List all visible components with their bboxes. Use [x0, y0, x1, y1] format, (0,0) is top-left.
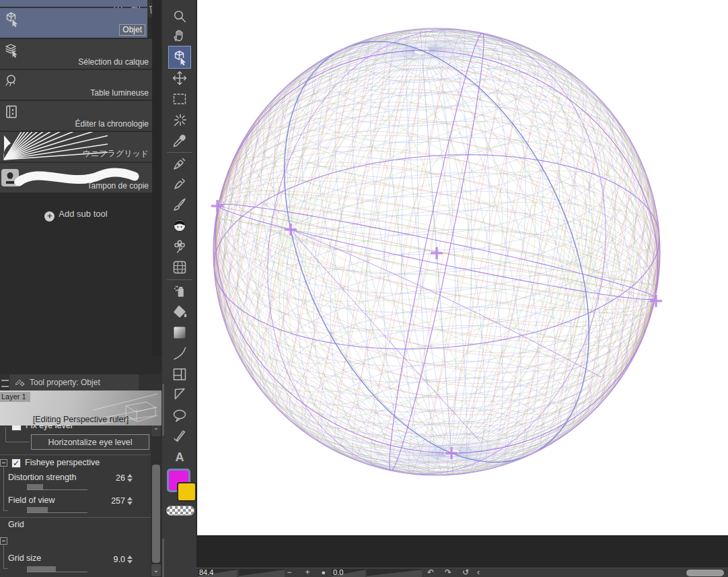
- zoom-in-button[interactable]: +: [303, 568, 312, 577]
- tool-text-icon[interactable]: A: [172, 449, 188, 465]
- scroll-up-icon[interactable]: ⌃: [151, 426, 161, 436]
- tool-fill-icon[interactable]: [172, 304, 188, 320]
- tool-airbrush-icon[interactable]: [172, 283, 188, 299]
- fisheye-checkbox[interactable]: ✓: [11, 459, 21, 468]
- tree-line: [3, 467, 4, 511]
- property-scrollbar[interactable]: ⌃ ⌄: [151, 426, 161, 577]
- distortion-strength-slider[interactable]: [27, 484, 87, 490]
- subtool-item-label: Éditer la chronologie: [75, 119, 149, 129]
- subtool-item-objet[interactable]: Objet: [0, 8, 147, 38]
- tool-zoom-icon[interactable]: [172, 8, 188, 24]
- zoom-value-box[interactable]: 84.4: [198, 569, 237, 577]
- distortion-strength-label: Distortion strength: [8, 473, 76, 482]
- tree-line: [3, 510, 8, 511]
- fix-eye-level-row-clipped[interactable]: Fix eye level: [0, 426, 151, 432]
- grid-size-spinner[interactable]: [127, 555, 133, 564]
- zoom-slider[interactable]: [239, 569, 285, 577]
- tool-balloon-icon[interactable]: [172, 407, 188, 423]
- tree-line: [3, 545, 4, 569]
- transparent-color-swatch[interactable]: [166, 506, 194, 516]
- grid-size-value[interactable]: 9.0: [94, 555, 125, 564]
- horizontalize-eye-level-button[interactable]: Horizontalize eye level: [31, 434, 149, 450]
- tool-pencil-icon[interactable]: [172, 176, 188, 192]
- subtool-item-partial[interactable]: [0, 0, 147, 7]
- field-of-view-label: Field of view: [8, 496, 54, 505]
- subtool-item-tampon-de-copie[interactable]: Tampon de copie: [0, 163, 152, 193]
- panel-menu-icon[interactable]: [1, 380, 9, 387]
- separator: [0, 454, 151, 455]
- tool-decoration-icon[interactable]: [172, 238, 188, 254]
- tool-object-icon[interactable]: [172, 49, 188, 65]
- tool-curve-icon[interactable]: [172, 345, 188, 362]
- field-of-view-value[interactable]: 257: [94, 496, 125, 506]
- tool-brush-icon[interactable]: [172, 197, 188, 213]
- collapse-fisheye[interactable]: [0, 459, 7, 467]
- rotate-right-icon[interactable]: ↷: [443, 568, 453, 577]
- zoom-out-button[interactable]: −: [285, 568, 294, 577]
- fisheye-label: Fisheye perspective: [25, 458, 100, 467]
- add-subtool-button[interactable]: +Add sub tool: [0, 206, 152, 222]
- tree-line: [5, 442, 30, 442]
- tool-property-icon: [15, 377, 26, 388]
- tool-wand-icon[interactable]: [172, 112, 188, 128]
- fix-eye-level-checkbox[interactable]: [11, 426, 22, 431]
- perspective-ruler-banner: Layer 1 [Editing Perspective ruler]: [0, 391, 161, 426]
- tool-figure-face-icon[interactable]: [172, 217, 188, 234]
- subtool-scroll-gutter[interactable]: [152, 0, 161, 355]
- field-of-view-spinner[interactable]: [127, 496, 133, 505]
- tool-hand-icon[interactable]: [172, 28, 188, 44]
- scroll-down-icon[interactable]: ⌄: [151, 564, 161, 576]
- toolbar: A: [161, 0, 196, 577]
- toolbar-scrollbar[interactable]: [162, 384, 164, 436]
- collapse-grid[interactable]: [0, 537, 7, 545]
- separator: [0, 517, 151, 518]
- rotation-slider[interactable]: [367, 569, 422, 577]
- tab-tool-property[interactable]: Tool property: Objet: [9, 374, 139, 391]
- subtool-panel: ObjetSélection du calqueTable lumineuseÉ…: [0, 0, 161, 374]
- collapse-icon[interactable]: ‹: [474, 568, 482, 577]
- tree-line: [5, 427, 6, 442]
- tool-eyedropper-icon[interactable]: [172, 133, 188, 149]
- layer-badge: Layer 1: [0, 392, 30, 402]
- field-of-view-slider[interactable]: [27, 507, 87, 513]
- canvas-viewport[interactable]: [196, 0, 728, 535]
- tool-property-body: Fix eye level Horizontalize eye level ✓ …: [0, 426, 151, 577]
- subtool-item-grid[interactable]: ウニフラグリッド: [0, 132, 152, 162]
- rotation-value: 0.0: [333, 569, 343, 576]
- tool-polyline-icon[interactable]: [172, 386, 188, 402]
- tool-panel-icon[interactable]: [172, 366, 188, 382]
- perspective-handle[interactable]: [431, 247, 443, 259]
- subtool-item--diter-la-chronologie[interactable]: Éditer la chronologie: [0, 101, 152, 131]
- grid-size-label: Grid size: [8, 553, 41, 563]
- subtool-item-label: Sélection du calque: [78, 57, 149, 67]
- toolbar-separator: [167, 152, 192, 153]
- tool-frame-grid-icon[interactable]: [172, 259, 188, 275]
- background-color-swatch[interactable]: [177, 482, 196, 502]
- subtool-item-table-lumineuse[interactable]: Table lumineuse: [0, 70, 152, 100]
- tool-marquee-icon[interactable]: [172, 91, 188, 107]
- tool-ruler-icon[interactable]: [172, 428, 188, 444]
- tree-line: [3, 568, 8, 569]
- grid-size-slider[interactable]: [27, 566, 87, 572]
- tool-pen-icon[interactable]: [172, 156, 188, 172]
- add-subtool-label: Add sub tool: [59, 209, 107, 219]
- subtool-item-label: Tampon de copie: [87, 181, 149, 191]
- subtool-item-label: Table lumineuse: [90, 88, 149, 98]
- svg-text:A: A: [176, 450, 184, 464]
- canvas-pasteboard: [196, 535, 728, 568]
- rotate-left-icon[interactable]: ↶: [425, 568, 436, 577]
- statusbar-handle[interactable]: [686, 570, 724, 576]
- subtool-item-s-lection-du-calque[interactable]: Sélection du calque: [0, 39, 152, 69]
- fit-to-screen-button[interactable]: ■: [320, 568, 328, 577]
- add-icon: +: [44, 211, 54, 222]
- tool-move-icon[interactable]: [172, 70, 188, 86]
- fisheye-perspective-ruler[interactable]: [197, 0, 728, 535]
- distortion-strength-value[interactable]: 26: [94, 473, 125, 483]
- rotation-value-box[interactable]: 0.0: [332, 569, 365, 577]
- scrollbar-thumb[interactable]: [152, 465, 160, 563]
- reset-rotation-icon[interactable]: ↺: [460, 568, 471, 577]
- distortion-strength-spinner[interactable]: [127, 473, 133, 482]
- tool-property-tab-label: Tool property: Objet: [30, 378, 100, 387]
- toolbar-scrollbar[interactable]: [162, 539, 164, 577]
- tool-gradient-icon[interactable]: [172, 325, 188, 341]
